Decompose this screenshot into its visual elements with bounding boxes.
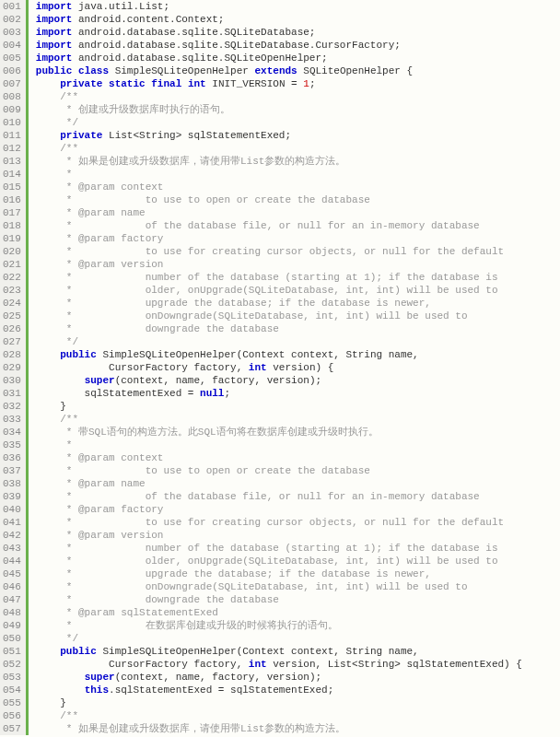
code-line: public SimpleSQLiteOpenHelper(Context co… — [36, 645, 560, 658]
code-line: * @param version — [36, 529, 560, 542]
line-number: 021 — [3, 258, 21, 271]
line-number: 052 — [3, 658, 21, 671]
code-line: * @param name — [36, 206, 560, 219]
line-number: 056 — [3, 709, 21, 722]
line-number: 057 — [3, 722, 21, 735]
code-line: * upgrade the database; if the database … — [36, 567, 560, 580]
line-number: 008 — [3, 90, 21, 103]
line-number: 039 — [3, 490, 21, 503]
code-line: * @param context — [36, 181, 560, 193]
code-line: * 在数据库创建或升级的时候将执行的语句。 — [36, 619, 560, 632]
line-number: 007 — [3, 77, 21, 90]
line-number: 042 — [3, 529, 21, 542]
line-number: 004 — [3, 39, 21, 52]
code-line: */ — [36, 632, 560, 645]
code-line: /** — [36, 142, 560, 155]
code-line: */ — [36, 116, 560, 129]
code-line: * 如果是创建或升级数据库，请使用带List参数的构造方法。 — [36, 155, 560, 168]
line-number: 017 — [3, 206, 21, 219]
code-line: CursorFactory factory, int version, List… — [36, 658, 560, 671]
code-line: * older, onUpgrade(SQLiteDatabase, int, … — [36, 555, 560, 567]
line-number: 009 — [3, 103, 21, 116]
line-number: 014 — [3, 168, 21, 181]
code-line: private static final int INIT_VERSION = … — [36, 77, 560, 90]
line-number: 005 — [3, 52, 21, 64]
line-number: 028 — [3, 348, 21, 361]
line-number: 045 — [3, 567, 21, 580]
code-line: * @param name — [36, 477, 560, 490]
code-line: * @param sqlStatementExed — [36, 606, 560, 619]
line-number: 029 — [3, 361, 21, 374]
line-number: 049 — [3, 619, 21, 632]
code-line: * to use for creating cursor objects, or… — [36, 245, 560, 258]
code-line: * to use to open or create the database — [36, 193, 560, 206]
code-line: /** — [36, 90, 560, 103]
code-line: super(context, name, factory, version); — [36, 671, 560, 684]
code-line: * 带SQL语句的构造方法。此SQL语句将在数据库创建或升级时执行。 — [36, 426, 560, 439]
code-line: } — [36, 696, 560, 709]
line-number: 031 — [3, 387, 21, 400]
line-number: 033 — [3, 413, 21, 426]
code-line: * of the database file, or null for an i… — [36, 490, 560, 503]
code-line: CursorFactory factory, int version) { — [36, 361, 560, 374]
line-number: 023 — [3, 284, 21, 297]
line-number: 051 — [3, 645, 21, 658]
line-number: 016 — [3, 193, 21, 206]
line-number: 054 — [3, 684, 21, 696]
code-line: * upgrade the database; if the database … — [36, 297, 560, 310]
line-number: 041 — [3, 516, 21, 529]
code-line: * — [36, 168, 560, 181]
line-number: 012 — [3, 142, 21, 155]
code-line: * @param factory — [36, 232, 560, 245]
code-line: * onDowngrade(SQLiteDatabase, int, int) … — [36, 580, 560, 593]
code-line: * to use for creating cursor objects, or… — [36, 516, 560, 529]
line-number: 024 — [3, 297, 21, 310]
line-number: 018 — [3, 219, 21, 232]
line-number: 006 — [3, 64, 21, 77]
line-number: 036 — [3, 451, 21, 464]
line-number: 025 — [3, 310, 21, 322]
code-line: * — [36, 439, 560, 451]
code-line: * number of the database (starting at 1)… — [36, 542, 560, 555]
line-number: 043 — [3, 542, 21, 555]
code-line: * @param version — [36, 258, 560, 271]
line-number: 035 — [3, 439, 21, 451]
code-line: * to use to open or create the database — [36, 464, 560, 477]
line-number: 040 — [3, 503, 21, 516]
line-number: 019 — [3, 232, 21, 245]
code-line: import android.content.Context; — [36, 13, 560, 26]
code-line: /** — [36, 413, 560, 426]
line-number: 011 — [3, 129, 21, 142]
line-number: 053 — [3, 671, 21, 684]
code-line: * downgrade the database — [36, 322, 560, 335]
line-number: 003 — [3, 26, 21, 39]
code-line: } — [36, 400, 560, 413]
code-line: import android.database.sqlite.SQLiteDat… — [36, 26, 560, 39]
code-line: import android.database.sqlite.SQLiteOpe… — [36, 52, 560, 64]
code-content: import java.util.List;import android.con… — [29, 0, 560, 735]
code-line: public class SimpleSQLiteOpenHelper exte… — [36, 64, 560, 77]
line-number: 032 — [3, 400, 21, 413]
line-number: 013 — [3, 155, 21, 168]
line-number: 044 — [3, 555, 21, 567]
line-number: 010 — [3, 116, 21, 129]
line-number: 020 — [3, 245, 21, 258]
code-viewer: 0010020030040050060070080090100110120130… — [0, 0, 560, 735]
line-number: 055 — [3, 696, 21, 709]
line-number: 046 — [3, 580, 21, 593]
line-number: 002 — [3, 13, 21, 26]
line-number: 047 — [3, 593, 21, 606]
code-line: * number of the database (starting at 1)… — [36, 271, 560, 284]
code-line: super(context, name, factory, version); — [36, 374, 560, 387]
code-line: import android.database.sqlite.SQLiteDat… — [36, 39, 560, 52]
line-number: 026 — [3, 322, 21, 335]
code-line: * older, onUpgrade(SQLiteDatabase, int, … — [36, 284, 560, 297]
code-line: */ — [36, 335, 560, 348]
line-number: 050 — [3, 632, 21, 645]
line-number: 027 — [3, 335, 21, 348]
line-number: 037 — [3, 464, 21, 477]
code-line: private List<String> sqlStatementExed; — [36, 129, 560, 142]
code-line: * downgrade the database — [36, 593, 560, 606]
code-line: * 创建或升级数据库时执行的语句。 — [36, 103, 560, 116]
line-number: 038 — [3, 477, 21, 490]
